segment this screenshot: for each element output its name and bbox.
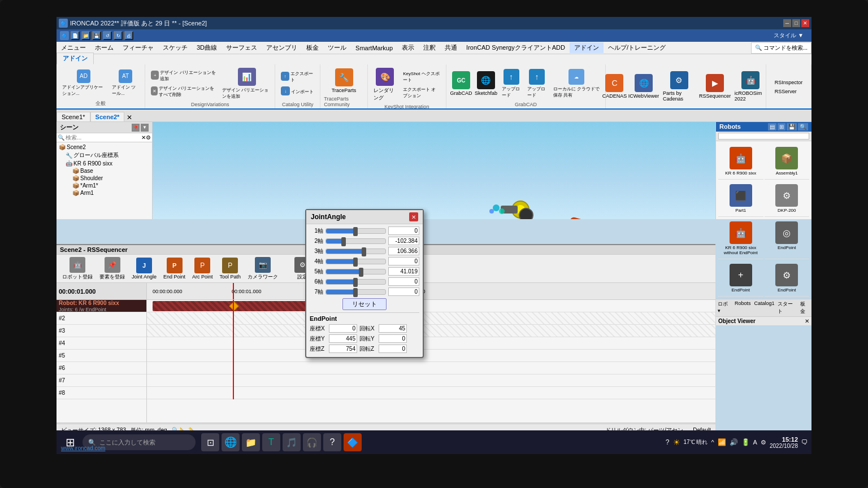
joint-7-value[interactable] <box>388 287 419 296</box>
rp-kr6-item[interactable]: 🤖 KR 6 R900 sixx <box>718 143 763 180</box>
joint-3-slider[interactable] <box>326 249 386 254</box>
timeline-row-4[interactable]: #4 <box>57 337 146 350</box>
tray-help[interactable]: ? <box>666 438 670 446</box>
menu-sketch[interactable]: スケッチ <box>158 42 192 53</box>
joint-4-value[interactable] <box>388 257 419 265</box>
coord-x-value[interactable] <box>329 324 357 333</box>
import-button[interactable]: ↓ インポート <box>279 85 316 98</box>
tray-volume[interactable]: 🔊 <box>730 438 738 446</box>
timeline-row-7[interactable]: #7 <box>57 374 146 387</box>
open-button[interactable]: 📁 <box>81 31 90 40</box>
rot-x-value[interactable] <box>379 324 407 333</box>
taskbar-edge-icon[interactable]: 🌐 <box>222 433 240 451</box>
cadenas-button[interactable]: C CADENAS <box>602 73 627 100</box>
icrobotsim-button[interactable]: 🤖 icROBOSim 2022 <box>732 70 769 103</box>
taskbar-icon7[interactable]: ? <box>323 433 341 451</box>
sketchfab-button[interactable]: 🌐 Sketchfab <box>475 70 497 97</box>
upload2-button[interactable]: ↑ アップロード <box>525 68 548 99</box>
parts-cadenas-button[interactable]: ⚙ Parts by Cadenas <box>661 70 698 103</box>
joint-1-value[interactable] <box>388 226 419 235</box>
menu-synergy[interactable]: IronCAD SynergyクライアントADD <box>462 42 570 53</box>
joint-6-slider[interactable] <box>326 279 386 285</box>
seq-end-point-btn[interactable]: P End Point <box>161 256 188 281</box>
menu-assembly[interactable]: アセンブリ <box>262 42 302 53</box>
rp-endpoint1-item[interactable]: ◎ EndPoint <box>765 218 810 259</box>
close-button[interactable]: ✕ <box>801 19 809 27</box>
new-button[interactable]: 📄 <box>71 31 80 40</box>
timeline-row-2[interactable]: #2 <box>57 312 146 325</box>
rssequencer-button[interactable]: ▶ RSSequencer <box>700 73 730 100</box>
joint-6-value[interactable] <box>388 277 419 286</box>
robots-save-btn[interactable]: 💾 <box>787 123 797 130</box>
tree-item-scene2[interactable]: 📦 Scene2 <box>58 143 151 151</box>
catalog-start-tab[interactable]: スタート <box>776 299 798 316</box>
pin-button[interactable]: 📌 <box>132 124 140 132</box>
keyshot-option-button[interactable]: エクスポート オプション <box>401 85 442 100</box>
joint-2-slider[interactable] <box>326 238 386 244</box>
ribbon-tab-addin[interactable]: アドイン <box>57 53 94 64</box>
robots-search-input[interactable] <box>718 133 809 140</box>
tree-item-kr6[interactable]: 🤖 KR 6 R900 sixx <box>64 160 151 167</box>
rp-endpoint2-item[interactable]: + EndPoint <box>718 260 763 297</box>
menu-surface[interactable]: サーフェス <box>222 42 262 53</box>
reset-button[interactable]: リセット <box>342 298 387 310</box>
tray-settings[interactable]: ⚙ <box>761 439 766 446</box>
menu-smartmarkup[interactable]: SmartMarkup <box>351 43 397 53</box>
seq-joint-angle-btn[interactable]: J Joint Angle <box>129 256 159 281</box>
rot-z-value[interactable] <box>379 345 407 353</box>
catalog-catalog1-tab[interactable]: Catalog1 <box>752 299 776 316</box>
robots-view-btn[interactable]: ▤ <box>768 123 776 130</box>
command-search[interactable]: 🔍 コマンドを検索... <box>751 42 811 54</box>
panel-more-button[interactable]: ▼ <box>141 124 149 132</box>
taskbar-icon5[interactable]: 🎵 <box>283 433 301 451</box>
rp-dkp-item[interactable]: ⚙ DKP-200 <box>765 181 810 217</box>
menu-feature[interactable]: フィーチャ <box>118 42 158 53</box>
seq-element-reg-btn[interactable]: 📌 要素を登録 <box>97 256 127 282</box>
export-button[interactable]: ↑ エクスポート <box>279 69 316 84</box>
tree-item-global[interactable]: 🔧 グローバル座標系 <box>64 151 151 160</box>
local-cloud-button[interactable]: ☁ ローカルに クラウドで 保存 共有 <box>551 68 602 99</box>
object-viewer-close[interactable]: ✕ <box>805 318 809 324</box>
taskbar-explorer-icon[interactable]: 📁 <box>242 433 260 451</box>
scene-tab-1[interactable]: Scene1* <box>57 112 90 121</box>
minimize-button[interactable]: ─ <box>783 19 791 27</box>
rp-assembly-item[interactable]: 📦 Assembly1 <box>765 143 810 180</box>
catalog-sheet-tab[interactable]: 板金 <box>798 299 811 316</box>
timeline-row-1[interactable]: Robot: KR 6 R900 sixx Joints: 6 /w EndPo… <box>57 300 146 312</box>
taskbar-icon6[interactable]: 🎧 <box>303 433 321 451</box>
coord-y-value[interactable] <box>329 334 357 343</box>
menu-home[interactable]: ホーム <box>90 42 118 53</box>
joint-5-slider[interactable] <box>326 269 386 274</box>
tree-item-arm1star[interactable]: 📦 *Arm1* <box>71 182 151 189</box>
tray-up-arrow[interactable]: ^ <box>711 439 714 446</box>
website-link[interactable]: www.ironcad.com <box>61 445 105 451</box>
joint-1-slider[interactable] <box>326 228 386 234</box>
menu-sheet-metal[interactable]: 板金 <box>302 42 323 53</box>
tray-network[interactable]: 📶 <box>718 438 726 446</box>
menu-tools[interactable]: ツール <box>323 42 351 53</box>
catalog-robots-tab[interactable]: Robots <box>733 299 753 316</box>
tab-close-button[interactable]: ✕ <box>124 114 134 121</box>
save-button[interactable]: 💾 <box>92 31 101 40</box>
addin-tool-button[interactable]: AT アドイン ツール... <box>110 68 141 98</box>
grabcad-button[interactable]: GC GrabCAD <box>450 70 472 97</box>
joint-5-value[interactable] <box>388 267 419 276</box>
joint-2-value[interactable] <box>388 237 419 245</box>
taskbar-task-view[interactable]: ⊡ <box>201 433 219 451</box>
menu-help[interactable]: ヘルプ/トレーニング <box>604 42 670 53</box>
rp-endpoint3-item[interactable]: ⚙ EndPoint <box>765 260 810 297</box>
scene-search-input[interactable] <box>66 134 141 141</box>
menu-addin[interactable]: アドイン <box>570 42 604 53</box>
joint-3-value[interactable] <box>388 247 419 255</box>
upload-button[interactable]: ↑ アップロード <box>500 68 523 99</box>
undo-button[interactable]: ↺ <box>103 31 112 40</box>
seq-camera-btn[interactable]: 📷 カメラワーク <box>245 256 280 282</box>
traceparts-button[interactable]: 🔧 TraceParts <box>329 67 359 94</box>
menu-annotation[interactable]: 注釈 <box>419 42 440 53</box>
timeline-row-5[interactable]: #5 <box>57 350 146 362</box>
robots-grid-btn[interactable]: ⊞ <box>778 123 785 130</box>
rp-kr6-noep-item[interactable]: 🤖 KR 6 R900 sixx without EndPoint <box>718 218 763 259</box>
tray-battery[interactable]: 🔋 <box>741 438 750 446</box>
icwebviewer-button[interactable]: 🌐 ICWebViewer <box>629 73 658 100</box>
rsserver-button[interactable]: RSServer <box>772 88 805 95</box>
